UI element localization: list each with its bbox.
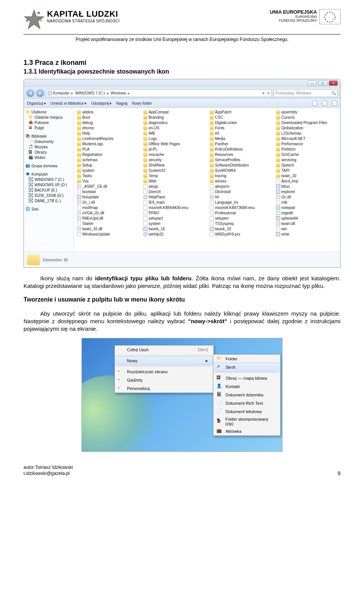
sidebar-item[interactable]: 🖥Pulpit bbox=[25, 125, 73, 130]
file-item[interactable]: winsxs bbox=[207, 178, 273, 184]
sidebar-item[interactable]: 📄Dokumenty bbox=[25, 139, 73, 144]
file-item[interactable]: DtcInstall bbox=[207, 189, 273, 194]
minimize-button[interactable]: — bbox=[308, 80, 317, 86]
file-item[interactable]: Professional bbox=[207, 210, 273, 215]
sidebar-item[interactable]: 💽WINDOWS 7 (C:) bbox=[25, 177, 73, 182]
file-item[interactable]: regedit bbox=[274, 210, 339, 215]
file-item[interactable]: Cursors bbox=[274, 115, 339, 120]
menu-item[interactable]: 💼Aktówka bbox=[213, 427, 280, 435]
file-item[interactable]: setupact bbox=[141, 215, 207, 221]
file-item[interactable]: Temp bbox=[141, 173, 207, 178]
file-item[interactable]: Branding bbox=[141, 115, 207, 120]
file-item[interactable]: pl-PL bbox=[141, 146, 207, 152]
sidebar-item[interactable]: 🎬Wideo bbox=[25, 155, 73, 160]
file-item[interactable]: explorer bbox=[274, 189, 339, 194]
file-item[interactable]: Offline Web Pages bbox=[141, 141, 207, 146]
file-item[interactable]: en-US bbox=[141, 125, 207, 130]
file-item[interactable]: IME bbox=[141, 130, 207, 136]
file-item[interactable]: ShellNew bbox=[141, 162, 207, 168]
file-item[interactable]: ServiceProfiles bbox=[207, 157, 273, 162]
file-item[interactable]: rescache bbox=[141, 152, 207, 157]
file-item[interactable]: TSSysprep bbox=[207, 221, 273, 226]
file-item[interactable]: PLA bbox=[75, 146, 140, 152]
file-item[interactable]: AppPatch bbox=[207, 109, 273, 115]
preview-button[interactable] bbox=[322, 101, 327, 106]
file-item[interactable]: Vss bbox=[75, 178, 140, 184]
file-item[interactable]: DirectX bbox=[141, 189, 207, 194]
file-item[interactable]: Logs bbox=[141, 136, 207, 141]
sidebar-item[interactable]: 🎵Muzyka bbox=[25, 144, 73, 149]
file-item[interactable]: atiogl bbox=[141, 184, 207, 189]
file-item[interactable]: system bbox=[75, 168, 140, 173]
refresh-icon[interactable]: ↻ bbox=[265, 91, 270, 95]
sidebar-item[interactable]: 📥Pobrane bbox=[25, 120, 73, 125]
menu-item[interactable]: ▫Personalizuj bbox=[115, 384, 213, 393]
file-item[interactable]: LiveKernelReports bbox=[75, 136, 140, 141]
file-item[interactable]: Microsoft.NET bbox=[274, 136, 339, 141]
file-item[interactable]: Registration bbox=[75, 152, 140, 157]
toolbar-share[interactable]: Udostępnij ▾ bbox=[91, 101, 111, 105]
file-item[interactable]: CSC bbox=[207, 115, 273, 120]
sidebar-item[interactable]: 📁Ostatnie miejsca bbox=[25, 115, 73, 120]
file-item[interactable]: PolicyDefinitions bbox=[207, 146, 273, 152]
maximize-button[interactable]: ▢ bbox=[318, 80, 327, 86]
forward-button[interactable]: ► bbox=[36, 89, 44, 97]
file-item[interactable]: twain_32.dll bbox=[75, 226, 140, 231]
search-input[interactable]: Przeszukaj: Windows 🔍 bbox=[273, 89, 338, 97]
file-item[interactable]: nVGA_i2c.dll bbox=[75, 210, 140, 215]
toolbar-organize[interactable]: Organizuj ▾ bbox=[27, 101, 46, 105]
file-item[interactable]: Globalization bbox=[274, 125, 339, 130]
file-item[interactable]: system bbox=[141, 221, 207, 226]
file-item[interactable]: SysWOW64 bbox=[207, 168, 273, 173]
file-item[interactable]: Language_trs bbox=[207, 200, 273, 205]
menu-item[interactable]: 🖼Obraz — mapa bitowa bbox=[213, 374, 280, 382]
file-item[interactable]: Downloaded Program Files bbox=[274, 120, 339, 125]
toolbar-library[interactable]: Umieść w bibliotece ▾ bbox=[50, 101, 86, 105]
sidebar-item[interactable]: 🌐Sieć bbox=[25, 206, 73, 212]
file-item[interactable]: hh bbox=[207, 194, 273, 200]
file-item[interactable]: WMSysPr9.prx bbox=[207, 231, 273, 237]
file-item[interactable]: PFRO bbox=[141, 210, 207, 215]
menu-item[interactable]: ▫Gadżety bbox=[115, 376, 213, 384]
file-item[interactable]: WindowsUpdate bbox=[75, 231, 140, 237]
sidebar-item[interactable]: 👥Grupa domowa bbox=[25, 163, 73, 168]
back-button[interactable]: ◄ bbox=[26, 89, 35, 97]
file-item[interactable]: mib bbox=[274, 200, 339, 205]
file-item[interactable]: i2c_i.dll bbox=[75, 200, 140, 205]
file-item[interactable]: Speech bbox=[274, 162, 339, 168]
file-item[interactable]: Starter bbox=[75, 221, 140, 226]
toolbar-newfolder[interactable]: Nowy folder bbox=[132, 101, 152, 105]
menu-item[interactable]: 📄Dokument Rich Text bbox=[213, 399, 280, 407]
file-item[interactable]: twain_32 bbox=[274, 173, 339, 178]
file-item[interactable]: debug bbox=[75, 120, 140, 125]
sidebar-item[interactable]: 💽BACKUP (E:) bbox=[25, 187, 73, 193]
file-item[interactable]: i2c.dll bbox=[274, 194, 339, 200]
file-item[interactable]: Fonts bbox=[207, 125, 273, 130]
menu-item[interactable]: Cofnij UsuńCtrl+Z bbox=[115, 346, 213, 354]
file-item[interactable]: SchCache bbox=[274, 152, 339, 157]
file-item[interactable]: SoftwareDistribution bbox=[207, 162, 273, 168]
file-item[interactable]: Web bbox=[141, 178, 207, 184]
sidebar-item[interactable]: 🖼Obrazy bbox=[25, 149, 73, 155]
menu-item[interactable]: 👤Kontakt bbox=[213, 382, 280, 391]
file-item[interactable]: DigitalLocker bbox=[207, 120, 273, 125]
file-item[interactable]: twunk_32 bbox=[207, 226, 273, 231]
file-item[interactable]: splwow64 bbox=[274, 215, 339, 221]
file-item[interactable]: assembly bbox=[274, 109, 339, 115]
file-item[interactable]: Ascd_tmp bbox=[274, 178, 339, 184]
file-item[interactable]: twunk_16 bbox=[141, 226, 207, 231]
menu-item[interactable]: 📁Folder bbox=[213, 355, 280, 363]
file-item[interactable]: L2Schemas bbox=[274, 130, 339, 136]
file-item[interactable]: bootstat bbox=[75, 189, 140, 194]
file-item[interactable]: Tasks bbox=[75, 173, 140, 178]
file-item[interactable]: fveupdate bbox=[75, 194, 140, 200]
file-item[interactable]: msdfmap bbox=[75, 205, 140, 210]
file-item[interactable]: diagnostics bbox=[141, 120, 207, 125]
menu-item[interactable]: 🗜Folder skompresowany (zip) bbox=[213, 416, 280, 427]
file-item[interactable]: Prefetch bbox=[274, 146, 339, 152]
file-item[interactable]: IE9_main bbox=[141, 200, 207, 205]
sidebar-item[interactable]: 💽IDZIK_32GB (G:) bbox=[25, 193, 73, 198]
file-item[interactable]: twain.dll bbox=[274, 221, 339, 226]
file-item[interactable]: Setup bbox=[75, 162, 140, 168]
file-item[interactable]: schemas bbox=[75, 157, 140, 162]
